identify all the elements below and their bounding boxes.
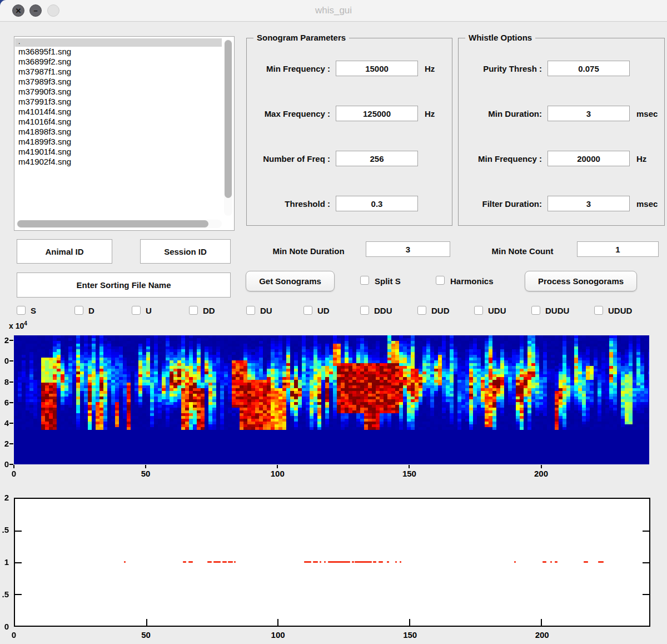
list-item[interactable]: . (15, 38, 222, 47)
sonogram-field-row: Min Frequency :15000Hz (252, 61, 435, 76)
whistle-event-mark (207, 561, 212, 563)
list-item[interactable]: m36899f2.sng (15, 57, 222, 67)
process-sonograms-button[interactable]: Process Sonogorams (525, 271, 637, 291)
syllable-checkbox-dudu[interactable] (531, 306, 540, 315)
syllable-checkbox-d[interactable] (74, 306, 83, 315)
harmonics-label: Harmonics (450, 276, 494, 286)
list-item[interactable]: m37991f3.sng (15, 97, 222, 107)
y-tick-label: 2 (0, 439, 9, 449)
syllable-checkbox-du[interactable] (246, 306, 255, 315)
titlebar[interactable]: ✕ − whis_gui (0, 0, 667, 22)
whistle-event-mark (313, 561, 318, 563)
min-note-duration-label: Min Note Duration (261, 246, 356, 256)
list-item[interactable]: m41016f4.sng (15, 117, 222, 127)
vertical-scrollbar-thumb[interactable] (225, 40, 232, 198)
y-tick-inner-right (643, 531, 649, 532)
sonogram-field-input[interactable]: 256 (336, 151, 418, 166)
list-item[interactable]: m41901f4.sng (15, 147, 222, 157)
spectrogram-canvas (14, 335, 649, 464)
x-tick-label: 50 (134, 630, 158, 640)
y-tick (9, 382, 13, 383)
sonogram-field-input[interactable]: 125000 (336, 106, 418, 121)
x-tick-inner (277, 619, 278, 626)
y-tick-label: 2 (0, 335, 9, 345)
whistle-field-input[interactable]: 20000 (547, 151, 630, 166)
x-tick-inner (409, 619, 410, 626)
list-item[interactable]: m37990f3.sng (15, 87, 222, 97)
y-tick (9, 443, 13, 444)
whistle-event-mark (222, 561, 227, 563)
whistle-event-mark (320, 561, 321, 563)
spectrogram-plot (14, 335, 649, 464)
syllable-checkbox-udud[interactable] (594, 306, 603, 315)
x-tick-label: 150 (398, 630, 422, 640)
syllable-checkbox-s[interactable] (17, 306, 26, 315)
syllable-checkbox-dd[interactable] (189, 306, 198, 315)
y-tick-label: .5 (0, 525, 9, 535)
y-tick-label: 2 (0, 493, 9, 503)
horizontal-scrollbar[interactable] (16, 220, 222, 228)
x-tick (541, 465, 542, 468)
split-s-checkbox[interactable] (360, 276, 369, 285)
syllable-checkbox-u[interactable] (132, 306, 141, 315)
whistle-field-label: Purity Thresh : (464, 64, 542, 73)
animal-id-field[interactable]: Animal ID (17, 239, 112, 264)
syllable-checkbox-udu[interactable] (474, 306, 483, 315)
whistle-event-mark (304, 561, 311, 563)
syllable-checkbox-dud[interactable] (417, 306, 426, 315)
whistle-field-unit: Hz (636, 154, 646, 164)
list-item[interactable]: m41899f3.sng (15, 137, 222, 147)
sonogram-parameters-panel: Sonogram Parameters Min Frequency :15000… (246, 38, 452, 226)
syllable-checkbox-ud[interactable] (303, 306, 312, 315)
vertical-scrollbar[interactable] (224, 39, 232, 216)
x-tick (13, 465, 14, 468)
list-item[interactable]: m41014f4.sng (15, 107, 222, 117)
y-tick-label: 8 (0, 377, 9, 387)
sonogram-field-row: Max Frequency :125000Hz (252, 106, 435, 121)
session-id-field[interactable]: Session ID (140, 239, 231, 264)
whistle-field-row: Filter Duration:3msec (464, 196, 658, 211)
get-sonograms-button[interactable]: Get Sonograms (246, 271, 335, 291)
min-note-count-field[interactable]: 1 (577, 241, 659, 257)
whistle-field-input[interactable]: 0.075 (547, 61, 630, 76)
sorting-file-name-field[interactable]: Enter Sorting File Name (17, 273, 231, 298)
whistle-event-mark (379, 561, 383, 563)
list-item[interactable]: m37987f1.sng (15, 67, 222, 77)
list-item[interactable]: m41902f4.sng (15, 157, 222, 167)
whistle-field-input[interactable]: 3 (547, 106, 630, 121)
y-tick-label: 0 (0, 356, 9, 366)
whistle-event-mark (324, 561, 326, 563)
sonogram-field-row: Threshold :0.3 (252, 196, 418, 211)
harmonics-checkbox[interactable] (436, 276, 445, 285)
window-title: whis_gui (0, 5, 667, 16)
whistle-field-unit: msec (636, 199, 658, 209)
whistle-event-mark (598, 561, 604, 563)
min-note-duration-field[interactable]: 3 (366, 241, 450, 257)
y-tick (9, 423, 13, 424)
whistle-field-input[interactable]: 3 (547, 196, 630, 211)
x-tick-label: 200 (530, 630, 554, 640)
list-item[interactable]: m36895f1.sng (15, 47, 222, 57)
sonogram-field-input[interactable]: 15000 (336, 61, 418, 76)
syllable-label-udud: UDUD (608, 306, 632, 315)
list-item[interactable]: m41898f3.sng (15, 127, 222, 137)
whistle-field-label: Min Frequency : (464, 154, 542, 164)
y-tick-label: 6 (0, 398, 9, 408)
syllable-label-u: U (146, 306, 152, 315)
y-tick-label: 0 (0, 459, 9, 469)
syllable-label-ud: UD (317, 306, 330, 315)
whistle-event-mark (387, 561, 389, 563)
syllable-checkbox-ddu[interactable] (360, 306, 369, 315)
y-axis-exponent-label: x 104 (9, 320, 27, 330)
y-tick-inner-left (15, 531, 22, 532)
y-tick (9, 360, 13, 361)
x-tick-label: 50 (133, 469, 158, 479)
list-item[interactable]: m37989f3.sng (15, 77, 222, 87)
y-tick-inner-left (15, 562, 22, 563)
sonogram-field-input[interactable]: 0.3 (336, 196, 418, 211)
x-tick (277, 465, 278, 468)
whistle-event-mark (213, 561, 221, 563)
horizontal-scrollbar-thumb[interactable] (17, 220, 208, 227)
file-listbox[interactable]: .m36895f1.sngm36899f2.sngm37987f1.sngm37… (14, 36, 235, 231)
y-tick-inner-left (15, 594, 22, 595)
